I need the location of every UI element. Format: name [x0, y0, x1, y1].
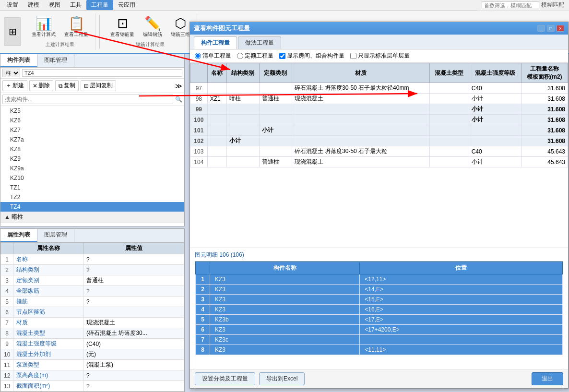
table-row[interactable]: 104 普通柱 现浇混凝土 小计 45.643	[190, 157, 568, 167]
table-row[interactable]: 103 碎石混凝土 坍落度30-50 石子最大粒 C40 45.643	[190, 146, 568, 157]
ribbon-group-rebar: ⊡ 查看钢筋量 ✏️ 编辑钢筋 ⬡ 钢筋三维 钢筋计算结果	[104, 13, 197, 50]
list-item-kz7[interactable]: KZ7	[0, 125, 184, 135]
figure-row-num: 5	[196, 315, 210, 325]
table-row[interactable]: 100 小计 31.608	[190, 115, 568, 125]
table-row[interactable]: 98 XZ1 暗柱 普通柱 现浇混凝土 小计 31.608	[190, 94, 568, 104]
row-concrete-type	[429, 136, 469, 146]
check-show-room[interactable]: 显示房间、组合构件量	[279, 52, 344, 60]
figure-row[interactable]: 1 KZ3 <12,11>	[196, 274, 563, 285]
view-engineering-btn[interactable]: 📋 查看工程量	[61, 15, 91, 39]
figure-row[interactable]: 5 KZ3b <17,E>	[196, 315, 563, 325]
floor-copy-btn[interactable]: ⊟ 层间复制	[81, 80, 116, 91]
search-input[interactable]	[2, 95, 173, 104]
radio-bill-input[interactable]	[195, 53, 201, 59]
row-material: 现浇混凝土	[292, 94, 429, 104]
check-standard-floor-label: 只显示标准层单层量	[358, 52, 410, 60]
figure-row[interactable]: 4 KZ3 <16,E>	[196, 305, 563, 315]
top-search-area: 模糊匹配	[477, 0, 569, 11]
export-btn[interactable]: 导出到Excel	[259, 372, 305, 385]
list-item-kz8[interactable]: KZ8	[0, 144, 184, 154]
col-name: 名称	[207, 63, 226, 83]
row-quota	[259, 104, 292, 115]
figure-row[interactable]: 6 KZ3 <17+4200,E>	[196, 325, 563, 335]
row-value: 31.608	[521, 115, 568, 125]
tab-method-engineering[interactable]: 做法工程量	[238, 36, 281, 49]
tab-layer-mgmt[interactable]: 图层管理	[37, 229, 74, 242]
type-filter[interactable]: 柱	[2, 69, 20, 77]
classify-btn[interactable]: 设置分类及工程量	[195, 372, 255, 385]
figure-row[interactable]: 8 KZ3 <11,11>	[196, 345, 563, 355]
row-quota: 普通柱	[259, 94, 292, 104]
list-item-kz7a[interactable]: KZ7a	[0, 135, 184, 144]
minimize-btn[interactable]: _	[537, 25, 545, 32]
tab-component-engineering[interactable]: 构件工程量	[194, 36, 237, 49]
list-item-tz2[interactable]: TZ2	[0, 192, 184, 202]
prop-col-value: 属性值	[83, 243, 184, 254]
prop-row-num: 12	[1, 370, 13, 381]
table-row[interactable]: 101 小计 31.608	[190, 125, 568, 136]
new-btn[interactable]: ＋ 新建	[2, 80, 27, 91]
menu-cloud[interactable]: 云应用	[113, 0, 140, 10]
row-concrete-type	[429, 146, 469, 157]
top-search-input[interactable]	[482, 1, 539, 9]
main-table-wrap[interactable]: 名称 结构类别 定额类别 材质 混凝土类型 混凝土强度等级 工程量名称模板面积(…	[190, 63, 568, 248]
figure-row[interactable]: 2 KZ3 <14,E>	[196, 285, 563, 295]
menu-build[interactable]: 建模	[23, 0, 44, 10]
dialog-footer: 设置分类及工程量 导出到Excel 退出	[190, 369, 568, 388]
list-item-kz9a[interactable]: KZ9a	[0, 164, 184, 173]
close-btn[interactable]: ×	[557, 25, 564, 32]
copy-label: 复制	[64, 82, 75, 90]
radio-quota[interactable]: 定额工程量	[237, 52, 273, 60]
delete-btn[interactable]: ✕ 删除	[29, 80, 53, 91]
view-calc-btn[interactable]: 📊 查看计算式	[29, 15, 59, 39]
maximize-btn[interactable]: □	[547, 25, 555, 32]
filter-row: 柱 TZ4	[0, 68, 184, 79]
copy-btn[interactable]: ⧉ 复制	[55, 80, 79, 91]
properties-panel: 属性列表 图层管理 属性名称 属性值 1 名称 ? 2 结构类别 ? 3 定额类…	[0, 228, 185, 392]
menu-view[interactable]: 视图	[44, 0, 65, 10]
list-item-kz5[interactable]: KZ5	[0, 106, 184, 116]
tab-drawing-mgmt[interactable]: 图纸管理	[37, 54, 74, 67]
table-row[interactable]: 97 碎石混凝土 坍落度30-50 石子最大粒径40mm C40 31.608	[190, 83, 568, 94]
prop-row-value: 现浇混凝土	[83, 318, 184, 328]
tab-component-list[interactable]: 构件列表	[0, 54, 37, 67]
list-item-kz10[interactable]: KZ10	[0, 173, 184, 183]
exit-btn[interactable]: 退出	[532, 372, 563, 385]
menu-engineering[interactable]: 工程量	[86, 0, 113, 10]
prop-row: 12 泵高高度(m) ?	[1, 370, 184, 381]
row-concrete-type	[429, 104, 469, 115]
prop-row-num: 13	[1, 381, 13, 392]
prop-row-num: 7	[1, 318, 13, 328]
check-standard-floor-input[interactable]	[350, 53, 356, 59]
row-concrete-grade: 小计	[469, 104, 521, 115]
figure-row[interactable]: 3 KZ3 <15,E>	[196, 295, 563, 305]
section-header-ancolumn[interactable]: ▲ 暗柱	[0, 212, 184, 223]
table-row[interactable]: 102 小计 31.608	[190, 136, 568, 146]
component-list: KZ5 KZ6 KZ7 KZ7a KZ8 KZ9 KZ9a KZ10 TZ1 T…	[0, 106, 184, 237]
figure-row[interactable]: 7 KZ3c	[196, 335, 563, 345]
edit-rebar-btn[interactable]: ✏️ 编辑钢筋	[140, 15, 165, 39]
list-item-kz9[interactable]: KZ9	[0, 154, 184, 164]
menu-tools[interactable]: 工具	[65, 0, 86, 10]
prop-row-value: 普通柱	[83, 275, 184, 286]
row-material: 现浇混凝土	[292, 157, 429, 167]
prop-col-num	[1, 243, 13, 254]
list-item-tz4[interactable]: TZ4	[0, 202, 184, 212]
radio-quota-input[interactable]	[237, 53, 243, 59]
prop-row-name: 结构类别	[13, 265, 83, 275]
menu-settings[interactable]: 设置	[2, 0, 23, 10]
search-icon[interactable]: 🔍	[175, 96, 182, 103]
tab-properties[interactable]: 属性列表	[0, 229, 37, 242]
check-show-room-input[interactable]	[279, 53, 285, 59]
component-toolbar: ＋ 新建 ✕ 删除 ⧉ 复制 ⊟ 层间复制 ≫	[0, 79, 184, 93]
ribbon-placeholder: ⊞	[4, 17, 21, 46]
list-item-tz1[interactable]: TZ1	[0, 183, 184, 192]
calc-icon: 📊	[36, 17, 52, 30]
check-standard-floor[interactable]: 只显示标准层单层量	[350, 52, 410, 60]
view-rebar-btn[interactable]: ⊡ 查看钢筋量	[107, 15, 137, 39]
table-row[interactable]: 99 小计 31.608	[190, 104, 568, 115]
list-item-kz6[interactable]: KZ6	[0, 116, 184, 125]
prop-row-value: (混凝土泵)	[83, 360, 184, 370]
radio-bill[interactable]: 清单工程量	[195, 52, 231, 60]
main-table: 名称 结构类别 定额类别 材质 混凝土类型 混凝土强度等级 工程量名称模板面积(…	[190, 63, 568, 167]
